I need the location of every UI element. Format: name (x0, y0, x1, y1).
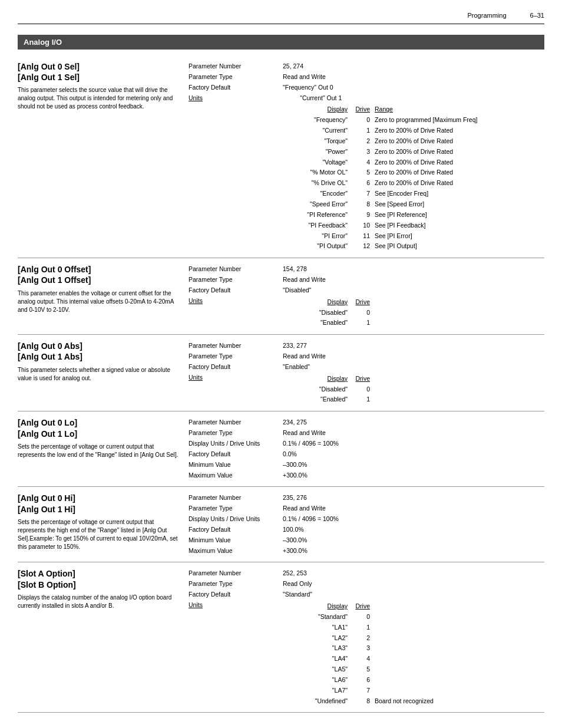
param-block-anlg-out-offset: [Anlg Out 0 Offset][Anlg Out 1 Offset]Th… (18, 258, 544, 335)
param-block-anlg-out-abs: [Anlg Out 0 Abs][Anlg Out 1 Abs]This par… (18, 335, 544, 411)
header-page: 6–31 (530, 12, 544, 19)
param-name-anlg-out-lo: [Anlg Out 0 Lo][Anlg Out 1 Lo] (18, 417, 183, 439)
param-desc-anlg-out-lo: Sets the percentage of voltage or curren… (18, 443, 183, 459)
param-desc-anlg-out-hi: Sets the percentage of voltage or curren… (18, 518, 183, 551)
param-left-anlg-out-lo: [Anlg Out 0 Lo][Anlg Out 1 Lo]Sets the p… (18, 417, 189, 480)
param-block-anlg-out-hi: [Anlg Out 0 Hi][Anlg Out 1 Hi]Sets the p… (18, 487, 544, 562)
param-right-anlg-out-hi: 235, 276Read and Write0.1% / 4096 = 100%… (283, 493, 544, 556)
param-middle-anlg-out-abs: Parameter NumberParameter TypeFactory De… (189, 341, 283, 405)
section-title: Analog I/O (18, 35, 544, 50)
param-name-anlg-out-sel: [Anlg Out 0 Sel][Anlg Out 1 Sel] (18, 61, 183, 83)
param-block-slot-option: [Slot A Option][Slot B Option]Displays t… (18, 562, 544, 713)
header-section: Programming (467, 12, 506, 19)
param-middle-anlg-out-lo: Parameter NumberParameter TypeDisplay Un… (189, 417, 283, 480)
param-name-anlg-out-offset: [Anlg Out 0 Offset][Anlg Out 1 Offset] (18, 264, 183, 285)
param-name-anlg-out-hi: [Anlg Out 0 Hi][Anlg Out 1 Hi] (18, 493, 183, 514)
param-left-slot-option: [Slot A Option][Slot B Option]Displays t… (18, 568, 189, 706)
param-middle-anlg-out-offset: Parameter NumberParameter TypeFactory De… (189, 264, 283, 328)
param-middle-anlg-out-hi: Parameter NumberParameter TypeDisplay Un… (189, 493, 283, 556)
param-desc-anlg-out-offset: This parameter enables the voltage or cu… (18, 289, 183, 314)
param-right-anlg-out-lo: 234, 275Read and Write0.1% / 4096 = 100%… (283, 417, 544, 480)
param-desc-slot-option: Displays the catalog number of the analo… (18, 594, 183, 610)
param-right-slot-option: 252, 253Read Only"Standard"DisplayDrive"… (283, 568, 544, 706)
param-desc-anlg-out-sel: This parameter selects the source value … (18, 86, 183, 111)
param-left-anlg-out-offset: [Anlg Out 0 Offset][Anlg Out 1 Offset]Th… (18, 264, 189, 328)
param-middle-anlg-out-sel: Parameter NumberParameter TypeFactory De… (189, 61, 283, 252)
param-right-anlg-out-offset: 154, 278Read and Write"Disabled"DisplayD… (283, 264, 544, 328)
page-header: Programming 6–31 (18, 12, 544, 24)
param-left-anlg-out-abs: [Anlg Out 0 Abs][Anlg Out 1 Abs]This par… (18, 341, 189, 405)
param-middle-slot-option: Parameter NumberParameter TypeFactory De… (189, 568, 283, 706)
param-name-anlg-out-abs: [Anlg Out 0 Abs][Anlg Out 1 Abs] (18, 341, 183, 362)
param-desc-anlg-out-abs: This parameter selects whether a signed … (18, 366, 183, 383)
param-right-anlg-out-abs: 233, 277Read and Write"Enabled"DisplayDr… (283, 341, 544, 405)
param-right-anlg-out-sel: 25, 274Read and Write"Frequency" Out 0 "… (283, 61, 544, 252)
param-block-anlg-out-lo: [Anlg Out 0 Lo][Anlg Out 1 Lo]Sets the p… (18, 411, 544, 487)
param-block-anlg-out-sel: [Anlg Out 0 Sel][Anlg Out 1 Sel]This par… (18, 55, 544, 258)
param-left-anlg-out-sel: [Anlg Out 0 Sel][Anlg Out 1 Sel]This par… (18, 61, 189, 252)
param-name-slot-option: [Slot A Option][Slot B Option] (18, 568, 183, 589)
param-left-anlg-out-hi: [Anlg Out 0 Hi][Anlg Out 1 Hi]Sets the p… (18, 493, 189, 556)
